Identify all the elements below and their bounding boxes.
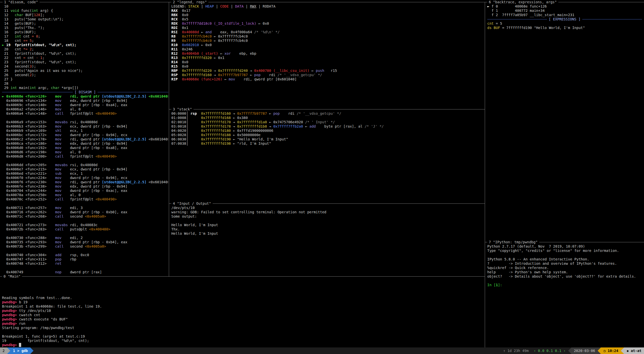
text-segment: Hello World, I'm Input xyxy=(171,223,218,227)
terminal-row: 0x4006d0 <func+192> mov dword ptr [rbp -… xyxy=(2,146,168,150)
text-segment: movabs xyxy=(55,120,68,124)
terminal-row: 0x4006a2 <func+146> mov al, 0 xyxy=(2,107,168,111)
pane-border-stack[interactable] xyxy=(169,109,485,109)
text-segment: mov xyxy=(55,184,61,188)
powerline-arrow-icon xyxy=(7,347,10,354)
text-segment: 16 puts(BUF); xyxy=(2,30,36,34)
text-segment: ? -> Introduction and overview of IPytho… xyxy=(487,261,617,266)
terminal-row: Thx. xyxy=(171,227,483,231)
text-segment: pwndbg> xyxy=(2,313,19,317)
text-segment: │ xyxy=(186,137,201,141)
text-segment: 0x400735 <func+293> xyxy=(2,240,55,244)
pane-ipython[interactable]: Python 2.7.17 (default, Nov 7 2019, 10:0… xyxy=(487,244,642,345)
text-segment: 17 xyxy=(2,34,15,38)
text-segment: 1 xyxy=(40,56,42,60)
text-segment: shl xyxy=(55,129,61,133)
text-segment: mov xyxy=(55,167,61,171)
text-segment: += xyxy=(23,39,27,43)
terminal-row: 0x40070c <func+252> call fprintf@plt <0x… xyxy=(2,197,168,201)
text-segment: ← 0x7475706e4920 xyxy=(267,120,303,124)
terminal-row xyxy=(2,249,168,253)
terminal-row: [ EXPRESSIONS ] xyxy=(487,17,642,21)
pane-border-vertical-left[interactable] xyxy=(169,2,169,276)
powerline-arrow-icon xyxy=(30,347,34,354)
terminal-row: 0x40073b <func+299> call second <0x4005a… xyxy=(2,244,168,249)
window-tab-gdb[interactable]: 1 > gdb xyxy=(10,347,30,354)
pane-border-vertical-right[interactable] xyxy=(485,2,485,347)
terminal-row: 0x40072b <func+283> call puts@plt <0x400… xyxy=(2,227,168,231)
terminal-row: RSI 0x40080d ← and eax, 0x4f000a64 /* '%… xyxy=(171,30,483,34)
text-segment xyxy=(38,56,40,60)
pane-legend-regs[interactable]: LEGEND: STACK | HEAP | CODE | DATA | RWX… xyxy=(171,4,483,107)
text-segment: 0x0 xyxy=(178,60,188,64)
text-segment: mov xyxy=(55,133,61,137)
text-segment: 00:0000 xyxy=(171,111,186,115)
terminal-row: 26 second(2); xyxy=(2,73,168,77)
text-segment: mov xyxy=(55,99,61,103)
text-segment: /* ' Input' */ xyxy=(303,120,335,124)
text-segment: rdi xyxy=(261,73,275,77)
text-segment: → xyxy=(231,120,237,124)
text-segment: sub xyxy=(55,171,61,175)
terminal-row: R9 0x7ffff7fcb4c0 ← 0x7ffff7fcb4c0 xyxy=(171,39,483,43)
terminal-row: 0x400721 <func+273> movabs rdi, 0x40083c xyxy=(2,223,168,227)
text-segment: [stdout@@GLIBC_2.2.5] xyxy=(102,180,146,184)
terminal-row: 27 } xyxy=(2,77,168,81)
text-segment: fprintf@plt xyxy=(63,154,95,158)
terminal-row: 0x4006a9 <func+153> movabs rsi, 0x40080d xyxy=(2,120,168,124)
pane-stack[interactable]: 00:0000│ rsp 0x7fffffffd160 → 0x7ffff7b9… xyxy=(171,111,483,200)
text-segment: 0x400721 <func+273> xyxy=(2,223,55,227)
text-segment: al, 0 xyxy=(61,193,81,197)
text-segment: int xyxy=(32,9,38,13)
pane-border-main[interactable] xyxy=(0,276,485,277)
session-indicator[interactable]: 2 xyxy=(0,347,7,354)
text-segment: ); xyxy=(32,64,36,68)
text-segment: 0x7fffffffd198 xyxy=(201,141,231,145)
terminal-row: 0x400696 <func+134> mov edx, dword ptr [… xyxy=(2,99,168,103)
text-segment: 0x246 xyxy=(178,47,192,51)
terminal-row: LEGEND: STACK | HEAP | CODE | DATA | RWX… xyxy=(171,4,483,9)
text-segment: | xyxy=(244,4,250,8)
text-segment: and xyxy=(205,30,212,34)
text-segment: ret xyxy=(55,261,61,266)
terminal-row: Hello World, I'm Input xyxy=(171,231,483,236)
text-segment: /* '%d\n' */ xyxy=(252,30,280,34)
terminal-row: RDX 0x7ffff7dd18c0 (_IO_stdfile_1_lock) … xyxy=(171,21,483,26)
text-segment: 03:0018 xyxy=(171,124,186,128)
terminal-row xyxy=(2,201,168,206)
terminal-row: 20 cnt *= 2; xyxy=(2,47,168,51)
terminal-row xyxy=(2,330,483,334)
text-segment: 3 xyxy=(30,64,32,68)
text-segment: Breakpoint 1, func (arg=5) at test.c:19 xyxy=(2,334,85,338)
text-segment: LEGEND: xyxy=(171,4,188,8)
pane-border-io[interactable] xyxy=(169,203,485,204)
section-separator-label: [ DISASM ] xyxy=(73,90,98,94)
pane-backtrace-expressions[interactable]: ► f 0 40068e func+126 f 1 400772 main+34… xyxy=(487,4,642,239)
terminal-row: 0x4006b9 <func+169> shl ecx, 1 xyxy=(2,129,168,133)
pane-disasm-code[interactable]: 10 11 void func(int arg) { 12 char BUF[1… xyxy=(2,4,168,274)
terminal-row: 0x400711 <func+257> mov edi, 3 xyxy=(2,206,168,210)
text-segment xyxy=(502,283,504,287)
text-segment: /* '__vdso_getcpu' */ xyxy=(295,111,341,115)
text-segment: [stdout@@GLIBC_2.2.5] xyxy=(102,94,146,98)
text-segment: 0x40069c <func+140> xyxy=(2,103,55,107)
terminal-row: 17 int cnt = 0; xyxy=(2,34,168,39)
text-segment: dword ptr [rbp - 0xa4], eax xyxy=(61,103,127,107)
text-segment: 0x5 xyxy=(178,17,188,21)
text-segment: char xyxy=(15,13,23,17)
pane-main-gdb[interactable]: Reading symbols from test...done.pwndbg>… xyxy=(2,279,483,347)
terminal-row: ► 19 fprintf(stdout, "%d\n", cnt); xyxy=(2,43,168,47)
terminal-row xyxy=(2,116,168,120)
text-segment: rdi xyxy=(280,111,295,115)
clock-indicator: ◷ 10:24 xyxy=(601,347,621,354)
pane-input-output[interactable]: /dev/pts/10warning: GDB: Failed to set c… xyxy=(171,206,483,274)
text-segment: = xyxy=(23,56,25,60)
text-segment: 0x4006b3 <func+163> xyxy=(2,124,55,128)
text-segment: 0x7fffffffd190 xyxy=(201,137,231,141)
text-segment: dword ptr [rbp - 0x94], ecx xyxy=(61,176,127,180)
text-segment: al, 0 xyxy=(61,150,81,154)
text-segment: RODATA xyxy=(263,4,276,8)
text-segment: pwndbg> xyxy=(2,300,19,304)
text-segment: mov xyxy=(55,206,61,210)
text-segment: 0x4006d0 <func+192> xyxy=(2,146,55,150)
